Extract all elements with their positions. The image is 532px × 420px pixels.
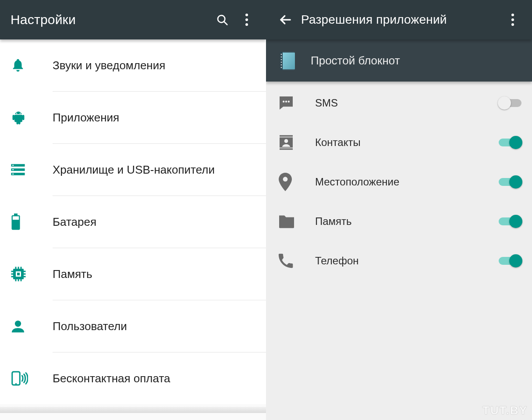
svg-point-2 [245, 14, 248, 16]
sms-icon [277, 94, 295, 112]
permission-toggle-sms[interactable] [498, 96, 522, 110]
settings-list: Звуки и уведомления Приложения Хранилище… [0, 39, 266, 404]
watermark: TUT.BY [482, 404, 528, 417]
overflow-menu-button[interactable] [234, 7, 259, 32]
svg-point-43 [281, 62, 282, 63]
permission-label: Телефон [315, 255, 498, 267]
svg-point-48 [288, 101, 290, 103]
permission-toggle-phone[interactable] [498, 253, 522, 268]
svg-rect-28 [24, 276, 26, 278]
app-header: Простой блокнот [266, 39, 532, 82]
storage-icon [11, 163, 25, 176]
svg-point-47 [285, 101, 287, 103]
permission-toggle-contacts[interactable] [498, 135, 522, 150]
settings-item-nfc[interactable]: Бесконтактная оплата [0, 352, 266, 404]
settings-item-apps[interactable]: Приложения [0, 92, 266, 143]
svg-rect-25 [11, 276, 14, 278]
svg-rect-22 [21, 279, 22, 281]
settings-item-label: Батарея [53, 215, 96, 229]
battery-icon [11, 214, 21, 230]
permission-list: SMS Контакты Местоположение [266, 82, 532, 281]
svg-point-52 [284, 139, 288, 143]
svg-rect-8 [12, 165, 14, 166]
svg-rect-27 [24, 274, 26, 275]
permission-toggle-storage[interactable] [498, 214, 522, 229]
permission-toggle-location[interactable] [498, 174, 522, 189]
permissions-title: Разрешения приложений [301, 13, 500, 27]
svg-rect-19 [21, 267, 22, 269]
settings-item-storage[interactable]: Хранилище и USB-накопители [0, 144, 266, 196]
svg-point-40 [281, 54, 282, 55]
permission-label: SMS [315, 97, 498, 109]
permission-label: Местоположение [315, 176, 498, 188]
svg-rect-17 [15, 267, 17, 269]
settings-item-label: Приложения [53, 111, 119, 125]
more-vert-icon [245, 13, 248, 26]
permission-row-contacts[interactable]: Контакты [266, 123, 532, 162]
settings-item-sounds[interactable]: Звуки и уведомления [0, 39, 266, 91]
svg-rect-30 [12, 372, 20, 385]
permission-row-phone[interactable]: Телефон [266, 241, 532, 281]
svg-point-46 [283, 101, 284, 103]
svg-rect-50 [280, 148, 293, 149]
phone-icon [277, 253, 294, 269]
contacts-icon [277, 134, 295, 151]
svg-point-34 [511, 18, 514, 21]
svg-point-29 [15, 320, 21, 327]
svg-rect-49 [280, 135, 293, 136]
svg-rect-9 [12, 169, 14, 170]
svg-point-35 [511, 23, 514, 26]
settings-item-label: Звуки и уведомления [53, 59, 165, 72]
list-bottom-shadow [0, 407, 266, 413]
settings-screen: Настройки [0, 0, 266, 420]
settings-item-label: Хранилище и USB-накопители [53, 163, 215, 177]
back-button[interactable] [273, 7, 298, 32]
search-button[interactable] [210, 7, 234, 32]
settings-item-label: Память [53, 267, 92, 281]
arrow-back-icon [279, 13, 292, 26]
svg-rect-21 [18, 279, 19, 281]
svg-rect-38 [282, 53, 295, 69]
svg-rect-11 [14, 214, 18, 215]
app-name: Простой блокнот [311, 54, 400, 68]
user-icon [11, 319, 25, 334]
folder-icon [277, 214, 296, 229]
android-icon [11, 110, 26, 125]
svg-rect-31 [15, 383, 17, 384]
notebook-app-icon [277, 49, 299, 72]
svg-point-53 [283, 177, 288, 182]
permission-label: Контакты [315, 136, 498, 149]
permission-label: Память [315, 215, 498, 228]
svg-rect-23 [11, 271, 14, 272]
settings-appbar: Настройки [0, 0, 266, 39]
svg-point-41 [281, 57, 282, 58]
location-icon [277, 173, 293, 191]
svg-line-1 [224, 21, 227, 25]
permission-row-location[interactable]: Местоположение [266, 162, 532, 202]
svg-rect-10 [12, 174, 14, 174]
nfc-icon [11, 370, 28, 387]
settings-item-label: Бесконтактная оплата [53, 372, 170, 385]
svg-rect-16 [17, 273, 20, 275]
search-icon [216, 13, 229, 26]
settings-item-memory[interactable]: Память [0, 248, 266, 300]
memory-icon [11, 266, 26, 282]
svg-rect-24 [11, 274, 14, 275]
settings-item-label: Пользователи [53, 320, 127, 333]
overflow-menu-button[interactable] [500, 7, 525, 32]
permissions-screen: Разрешения приложений Простой блокнот [266, 0, 532, 420]
permissions-appbar: Разрешения приложений [266, 0, 532, 39]
svg-point-33 [511, 14, 514, 16]
permission-row-sms[interactable]: SMS [266, 83, 532, 123]
svg-point-4 [245, 23, 248, 26]
svg-rect-20 [15, 279, 17, 281]
settings-item-battery[interactable]: Батарея [0, 196, 266, 248]
more-vert-icon [511, 13, 514, 26]
svg-rect-18 [18, 267, 19, 269]
svg-rect-13 [13, 216, 19, 220]
svg-point-45 [281, 67, 282, 68]
settings-title: Настройки [11, 12, 210, 27]
permission-row-storage[interactable]: Память [266, 202, 532, 241]
svg-point-3 [245, 18, 248, 21]
settings-item-users[interactable]: Пользователи [0, 300, 266, 352]
